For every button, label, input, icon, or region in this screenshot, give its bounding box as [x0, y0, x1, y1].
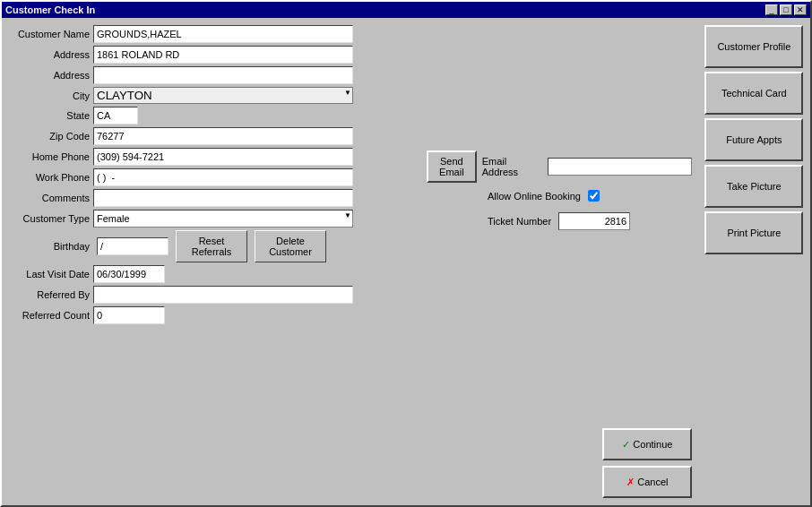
- email-section: Send Email Email Address: [427, 150, 692, 183]
- minimize-button[interactable]: _: [765, 4, 778, 15]
- home-phone-label: Home Phone: [9, 151, 90, 162]
- title-bar: Customer Check In _ □ ✕: [2, 2, 810, 18]
- email-address-input[interactable]: [548, 158, 693, 176]
- address2-label: Address: [9, 70, 90, 81]
- online-booking-checkbox[interactable]: [588, 190, 600, 202]
- close-button[interactable]: ✕: [794, 4, 807, 15]
- work-phone-row: Work Phone: [9, 168, 421, 186]
- last-visit-row: Last Visit Date: [9, 265, 421, 283]
- customer-name-label: Customer Name: [9, 29, 90, 39]
- cancel-icon: ✗: [626, 477, 635, 487]
- window-controls: _ □ ✕: [765, 4, 807, 15]
- delete-customer-button[interactable]: Delete Customer: [255, 230, 326, 262]
- reset-referrals-button[interactable]: Reset Referrals: [176, 230, 247, 262]
- comments-row: Comments: [9, 189, 421, 207]
- content-area: Customer Name Address Address City CLAYT…: [2, 18, 810, 505]
- center-panel: Send Email Email Address Allow Online Bo…: [427, 25, 692, 498]
- zip-label: Zip Code: [9, 131, 90, 142]
- technical-card-button[interactable]: Technical Card: [704, 72, 803, 115]
- address2-row: Address: [9, 66, 421, 84]
- state-label: State: [9, 110, 90, 121]
- work-phone-label: Work Phone: [9, 172, 90, 183]
- state-input[interactable]: [93, 107, 138, 125]
- left-form-panel: Customer Name Address Address City CLAYT…: [9, 25, 421, 498]
- birthday-referrals-row: Birthday Reset Referrals Delete Customer: [9, 230, 421, 262]
- home-phone-row: Home Phone: [9, 148, 421, 166]
- customer-type-label: Customer Type: [9, 213, 90, 224]
- address1-input[interactable]: [93, 46, 353, 64]
- online-booking-label: Allow Online Booking: [488, 191, 581, 202]
- address1-row: Address: [9, 46, 421, 64]
- home-phone-input[interactable]: [93, 148, 353, 166]
- ticket-number-input[interactable]: [558, 212, 630, 230]
- state-row: State: [9, 107, 421, 125]
- referred-count-row: Referred Count: [9, 306, 421, 324]
- referred-by-label: Referred By: [9, 289, 90, 300]
- address1-label: Address: [9, 49, 90, 60]
- last-visit-label: Last Visit Date: [9, 269, 90, 279]
- bottom-action-buttons: ✓ Continue ✗ Cancel: [427, 428, 692, 498]
- birthday-label: Birthday: [9, 241, 90, 252]
- customer-name-input[interactable]: [93, 25, 353, 43]
- birthday-input[interactable]: [97, 237, 168, 255]
- print-picture-button[interactable]: Print Picture: [704, 211, 803, 254]
- continue-icon: ✓: [622, 439, 630, 450]
- email-address-label: Email Address: [482, 156, 539, 177]
- referred-count-input[interactable]: [93, 306, 165, 324]
- take-picture-button[interactable]: Take Picture: [704, 165, 803, 208]
- comments-label: Comments: [9, 193, 90, 203]
- window-title: Customer Check In: [5, 4, 95, 15]
- zip-row: Zip Code: [9, 127, 421, 145]
- customer-type-select[interactable]: Female Male: [93, 210, 353, 228]
- customer-profile-button[interactable]: Customer Profile: [704, 25, 803, 68]
- zip-input[interactable]: [93, 127, 353, 145]
- city-row: City CLAYTON: [9, 87, 421, 104]
- future-appts-button[interactable]: Future Appts: [704, 118, 803, 161]
- referred-count-label: Referred Count: [9, 310, 90, 321]
- ticket-number-label: Ticket Number: [488, 216, 551, 227]
- maximize-button[interactable]: □: [780, 4, 792, 15]
- city-wrapper: CLAYTON: [93, 87, 353, 104]
- work-phone-input[interactable]: [93, 168, 353, 186]
- main-window: Customer Check In _ □ ✕ Customer Name Ad…: [0, 0, 812, 507]
- online-booking-row: Allow Online Booking: [488, 190, 692, 202]
- address2-input[interactable]: [93, 66, 353, 84]
- city-select[interactable]: CLAYTON: [93, 87, 353, 104]
- last-visit-input[interactable]: [93, 265, 165, 283]
- city-label: City: [9, 90, 90, 101]
- right-panel: Customer Profile Technical Card Future A…: [704, 25, 812, 498]
- continue-button[interactable]: ✓ Continue: [602, 428, 692, 460]
- referred-by-row: Referred By: [9, 286, 421, 304]
- ticket-number-row: Ticket Number: [488, 212, 692, 230]
- comments-input[interactable]: [93, 189, 353, 207]
- referred-by-input[interactable]: [93, 286, 353, 304]
- cancel-button[interactable]: ✗ Cancel: [602, 466, 692, 498]
- customer-type-wrapper: Female Male: [93, 210, 353, 228]
- send-email-button[interactable]: Send Email: [427, 150, 477, 183]
- customer-name-row: Customer Name: [9, 25, 421, 43]
- customer-type-row: Customer Type Female Male: [9, 210, 421, 228]
- main-layout: Customer Name Address Address City CLAYT…: [9, 25, 812, 498]
